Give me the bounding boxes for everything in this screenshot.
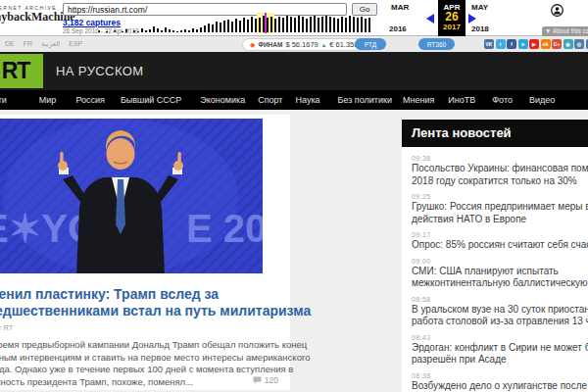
comments-count: 120 [265,375,278,385]
nav-item-11[interactable]: Фото [492,95,513,105]
article-title-line[interactable]: предшественниками встал на путь милитари… [0,303,282,319]
finam-icon: ◆ [250,41,255,49]
youtube-icon[interactable]: ▶ [529,39,539,49]
wayback-machine-logo: INTERNET ARCHIVE WaybackMachine [0,5,59,23]
feed-item-time: 09:17 [412,231,588,238]
news-feed-title: Лента новостей [402,120,588,147]
month-may[interactable]: MAY [471,3,488,12]
telegram-icon[interactable]: ➤ [518,39,528,49]
nav-item-8[interactable]: Без политики [338,95,392,105]
article-summary-line: должность президента Трамп, похоже, поме… [0,376,282,389]
previous-capture-arrow[interactable] [426,14,434,24]
google-plus-icon[interactable]: G+ [552,39,562,49]
feed-item-time: 08:38 [412,372,588,379]
wayback-machine-label: WaybackMachine [0,11,59,23]
feed-item-text-line[interactable]: Эрдоган: конфликт в Сирии не может быть [412,342,588,355]
language-link[interactable]: العربية [41,40,60,48]
article-summary-line: военным интервенциям и ставить на первое… [0,352,282,365]
ticker-brand: ФИНАМ [258,41,282,48]
month-march[interactable]: MAR [391,3,409,12]
instagram-icon[interactable]: ◎ [574,39,584,49]
trump-photo[interactable]: E✶YO E 20 [0,119,263,273]
language-link[interactable]: ESP [69,40,82,48]
feed-item[interactable]: 09:38Посольство Украины: финансовая помо… [412,155,588,187]
feed-item[interactable]: 08:43Эрдоган: конфликт в Сирии не может … [412,334,588,367]
nav-item-9[interactable]: Мнения [403,95,434,105]
feed-item-text-line[interactable]: Возбуждено дело о хулиганстве после стре… [412,380,588,392]
periscope-icon[interactable]: ◉ [564,39,573,49]
feed-item-time: 09:38 [412,155,588,162]
year-2017[interactable]: 2017 [438,23,466,31]
site-tagline: НА РУССКОМ [56,64,143,78]
backdrop-text-right: E 20 [186,207,263,250]
next-capture-arrow[interactable] [468,14,476,24]
usd-rate: $ 56.1679 [285,40,318,49]
main-navigation: НовостиМирРоссияБывший СССРЭкономикаСпор… [0,90,588,110]
feed-item-text-line[interactable]: Опрос: 85% россиян считают себя счастлив… [412,239,588,252]
article-title-line[interactable]: Сменил пластинку: Трамп вслед за [0,286,282,303]
feed-item-text-line[interactable]: СМИ: США планируют испытать [412,266,588,278]
feed-item-text-line[interactable]: межконтинентальную баллистическую ракету [412,277,588,290]
about-capture-tab[interactable]: ▼ About this capture [542,26,588,36]
feed-item-text-line[interactable]: работа столовой из-за отравления 13 чело… [412,316,588,328]
rtd-button[interactable]: РТД [355,38,386,50]
comment-icon [253,376,262,384]
nav-item-6[interactable]: Спорт [258,95,282,105]
feed-item[interactable]: 08:38Возбуждено дело о хулиганстве после… [412,372,588,392]
odnoklassniki-icon[interactable]: ok [541,39,551,49]
nav-item-1[interactable]: Новости [0,95,7,105]
news-feed-sidebar: Лента новостей 09:38Посольство Украины: … [402,120,588,392]
nav-item-3[interactable]: Россия [75,95,105,105]
wayback-toolbar: INTERNET ARCHIVE WaybackMachine Go 3,182… [0,0,588,36]
rt360-button[interactable]: RT360 [418,38,455,50]
feed-item-text-line[interactable]: Посольство Украины: финансовая помощь от… [412,163,588,175]
article-summary-line: Во время предвыборной кампании Дональд Т… [0,339,282,352]
feed-item-text-line[interactable]: В уральском вузе на 30 суток приостановл… [412,304,588,317]
feed-item-time: 09:25 [412,193,588,200]
year-2016[interactable]: 2016 [389,24,407,33]
feed-item-text-line[interactable]: действия НАТО в Европе [412,214,588,226]
nav-item-5[interactable]: Экономика [200,95,245,105]
language-link[interactable]: FR [24,40,32,48]
feed-item[interactable]: 09:17Опрос: 85% россиян считают себя сча… [412,231,588,252]
feed-item-text-line[interactable]: 2018 году сократится только на 30% [412,175,588,188]
article-summary: Во время предвыборной кампании Дональд Т… [0,339,282,388]
nav-item-10[interactable]: ИноТВ [448,95,475,105]
feed-item-time: 08:43 [412,334,588,341]
nav-item-12[interactable]: Видео [529,95,555,105]
feed-item[interactable]: 09:25Грушко: Россия предпринимает меры в… [412,193,588,225]
feed-item[interactable]: 08:58В уральском вузе на 30 суток приост… [412,296,588,328]
article-title[interactable]: Сменил пластинку: Трамп вслед запредшест… [0,286,282,318]
facebook-icon[interactable]: f [507,39,516,49]
article-summary-line: народа. Однако уже в течение первых 100 … [0,364,282,376]
selected-capture-block: APR 26 2017 [438,0,466,36]
nav-item-7[interactable]: Наука [295,95,319,105]
language-link[interactable]: DE [5,40,15,48]
year-2018[interactable]: 2018 [471,24,489,33]
rt-logo[interactable]: RT [0,54,43,88]
comments-link[interactable]: 120 [253,375,278,385]
article-kicker[interactable]: Сюжет RT [0,323,282,332]
vk-icon[interactable]: VK [484,39,494,49]
feed-item[interactable]: 09:00СМИ: США планируют испытатьмежконти… [412,258,588,290]
capture-histogram[interactable] [98,15,380,32]
profile-icon[interactable] [551,4,564,17]
twitter-icon[interactable]: t [496,39,506,49]
nav-item-2[interactable]: Мир [39,95,57,105]
social-icons-row: VKtf➤▶okG+◉◎s [484,39,588,49]
feed-item-text-line[interactable]: Грушко: Россия предпринимает меры в отве… [412,201,588,214]
capture-date-range: 26 Sep 2010 - 22 Apr 2019 [63,27,139,34]
histogram-selected-day-marker [265,13,267,33]
feed-item-text-line[interactable]: разрешён при Асаде [412,354,588,367]
nav-item-4[interactable]: Бывший СССР [121,95,181,105]
article-card: E✶YO E 20 Сменил пластинку: Трамп вслед … [0,115,290,390]
feed-item-time: 09:00 [412,258,588,265]
selected-day[interactable]: 26 [438,12,466,23]
feed-item-time: 08:58 [412,296,588,303]
usd-up-icon: ▲ [321,42,326,48]
captures-link[interactable]: 3,182 captures [63,18,121,27]
language-switcher: DEFRالعربيةESP [5,40,82,48]
